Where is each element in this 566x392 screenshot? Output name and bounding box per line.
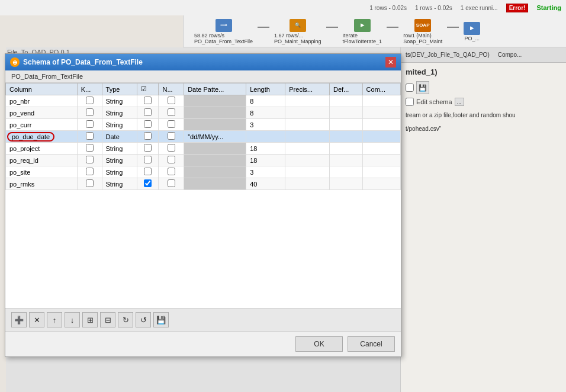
row-check-checkbox[interactable] [137,95,159,107]
row-n-checkbox[interactable] [159,107,184,119]
row-column-name: po_site [6,166,78,178]
node-icon-1: ⟶ [216,19,232,32]
pipeline-node-2[interactable]: 🔍 1.67 rows/... PO_Maint_Mapping [274,19,321,44]
ok-button[interactable]: OK [295,336,343,352]
toolbar-down-btn[interactable]: ↓ [65,312,80,327]
toolbar-save-btn[interactable]: 💾 [153,312,169,327]
table-row[interactable]: po_currString3 [6,119,401,131]
row-def [329,119,362,131]
node-icon-5: ▶ [464,22,480,35]
row-def [329,178,362,190]
row-length: 3 [246,119,285,131]
row-precis [285,166,330,178]
pipeline-stat-1: 1 rows - 0.02s [369,5,407,11]
row-key-checkbox[interactable] [77,119,102,131]
row-com [362,143,400,155]
row-n-checkbox[interactable] [159,178,184,190]
right-panel-tab[interactable]: ts(DEV_Job_File_To_QAD_PO) Compo... [401,47,566,63]
row-precis [285,95,330,107]
toolbar-import-btn[interactable]: ↻ [118,312,133,327]
row-n-checkbox[interactable] [159,155,184,166]
row-check-checkbox[interactable] [137,155,159,166]
table-row[interactable]: po_rmksString40 [6,178,401,190]
row-key-checkbox[interactable] [77,143,102,155]
row-key-checkbox[interactable] [77,131,102,143]
row-com [362,166,400,178]
save-icon-button[interactable]: 💾 [416,81,429,94]
pipeline-node-5[interactable]: ▶ PO_... [464,22,480,41]
connector-1 [258,27,269,28]
right-panel: ts(DEV_Job_File_To_QAD_PO) Compo... mite… [400,47,566,392]
pipeline-node-4[interactable]: SOAP row1 (Main) Soap_PO_Maint [403,19,442,44]
action-checkbox-1[interactable] [406,83,414,92]
row-precis [285,107,330,119]
row-n-checkbox[interactable] [159,143,184,155]
row-def [329,166,362,178]
row-com [362,155,400,166]
action-checkbox-2[interactable] [406,98,414,106]
row-key-checkbox[interactable] [77,155,102,166]
toolbar-copy-btn[interactable]: ⊞ [82,312,98,327]
pipeline-node-1[interactable]: ⟶ 58.82 rows/s PO_Data_From_TextFile [194,19,253,44]
row-def [329,143,362,155]
table-row[interactable]: po_due_dateDate"dd/MM/yy... [6,131,401,143]
row-precis [285,131,330,143]
row-check-checkbox[interactable] [137,143,159,155]
right-panel-actions: 💾 [406,81,561,94]
row-type: String [102,143,137,155]
row-key-checkbox[interactable] [77,95,102,107]
row-type: String [102,178,137,190]
row-def [329,131,362,143]
row-length: 18 [246,143,285,155]
row-n-checkbox[interactable] [159,166,184,178]
row-key-checkbox[interactable] [77,107,102,119]
edit-schema-dots-icon[interactable]: ... [455,98,464,106]
table-row[interactable]: po_siteString3 [6,166,401,178]
row-date-pattern [184,107,246,119]
row-check-checkbox[interactable] [137,178,159,190]
toolbar-add-btn[interactable]: ➕ [11,312,27,327]
table-row[interactable]: po_req_idString18 [6,155,401,166]
col-header-length: Length [246,83,285,95]
pipeline-toolbar: 1 rows - 0.02s 1 rows - 0.02s 1 exec run… [0,0,566,15]
row-type: String [102,119,137,131]
row-com [362,131,400,143]
schema-table-wrapper[interactable]: Column K... Type ☑ N... Date Patte... Le… [5,83,401,308]
modal-title-text: Schema of PO_Data_From_TextFile [23,58,382,66]
row-n-checkbox[interactable] [159,95,184,107]
edit-schema-button[interactable]: Edit schema ... [416,98,464,106]
row-key-checkbox[interactable] [77,178,102,190]
right-panel-description-2: t/pohead.csv" [406,124,561,133]
schema-table: Column K... Type ☑ N... Date Patte... Le… [5,83,401,190]
toolbar-export-btn[interactable]: ↺ [136,312,151,327]
col-header-key: K... [77,83,102,95]
col-header-date: Date Patte... [184,83,246,95]
row-n-checkbox[interactable] [159,119,184,131]
modal-subtitle: PO_Data_From_TextFile [5,70,401,83]
row-check-checkbox[interactable] [137,131,159,143]
row-check-checkbox[interactable] [137,119,159,131]
row-precis [285,155,330,166]
table-row[interactable]: po_projectString18 [6,143,401,155]
pipeline-stat-3: 1 exec runni... [461,5,498,11]
table-row[interactable]: po_nbrString8 [6,95,401,107]
row-check-checkbox[interactable] [137,166,159,178]
toolbar-remove-btn[interactable]: ✕ [29,312,44,327]
col-header-def: Def... [329,83,362,95]
modal-close-button[interactable]: ✕ [385,57,396,68]
row-com [362,119,400,131]
cancel-button[interactable]: Cancel [348,336,395,352]
pipeline-node-3[interactable]: ▶ Iterate tFlowToIterate_1 [343,19,382,44]
row-check-checkbox[interactable] [137,107,159,119]
row-precis [285,143,330,155]
row-key-checkbox[interactable] [77,166,102,178]
row-n-checkbox[interactable] [159,131,184,143]
modal-title-icon: ⊕ [10,57,20,67]
table-row[interactable]: po_vendString8 [6,107,401,119]
row-type: String [102,107,137,119]
toolbar-up-btn[interactable]: ↑ [47,312,62,327]
row-column-name: po_nbr [6,95,78,107]
row-type: String [102,95,137,107]
toolbar-paste-btn[interactable]: ⊟ [100,312,115,327]
modal-bottom-toolbar: ➕ ✕ ↑ ↓ ⊞ ⊟ ↻ ↺ 💾 [5,308,401,331]
